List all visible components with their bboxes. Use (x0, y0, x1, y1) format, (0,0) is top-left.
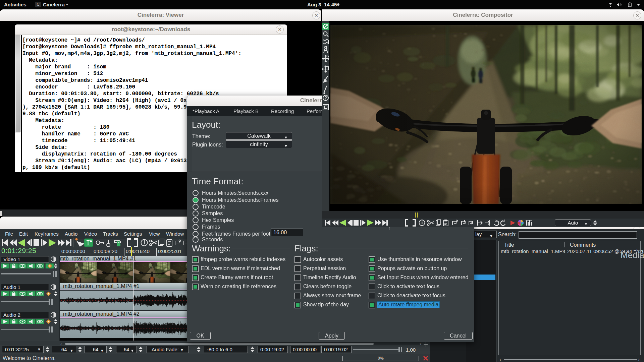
svg-text:0:00:00:00: 0:00:00:00 (61, 248, 85, 254)
svg-text:0:00:25:01: 0:00:25:01 (158, 248, 182, 254)
svg-text:0:00:08:20: 0:00:08:20 (94, 248, 117, 254)
svg-text:0:00:16:40: 0:00:16:40 (126, 248, 150, 254)
